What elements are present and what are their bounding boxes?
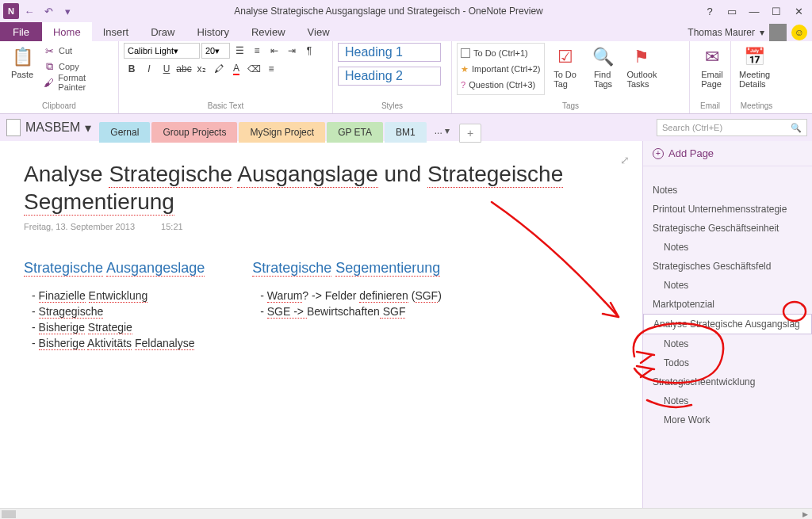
font-size-select[interactable]: 20 ▾ [201, 43, 230, 59]
page-list-item[interactable]: Notes [643, 276, 812, 295]
section-tab-bm1[interactable]: BM1 [385, 122, 427, 143]
page-list-item[interactable]: Notes [643, 391, 812, 410]
tag-important[interactable]: ★Important (Ctrl+2) [461, 61, 541, 77]
tab-draw[interactable]: Draw [140, 22, 186, 41]
section-more[interactable]: ... ▾ [428, 120, 456, 141]
outlook-tasks-button[interactable]: ⚑Outlook Tasks [624, 43, 661, 90]
scroll-right-icon[interactable]: ▶ [799, 509, 810, 519]
back-icon[interactable]: ← [21, 2, 38, 20]
feedback-smiley-icon[interactable]: ☺ [791, 25, 807, 40]
page-list-item[interactable]: Strategische Geschäftseinheit [643, 219, 812, 238]
ribbon-tabs: File Home Insert Draw History Review Vie… [0, 22, 812, 41]
column-right[interactable]: Strategische Segementierung Warum? -> Fe… [252, 260, 442, 351]
close-icon[interactable]: ✕ [790, 4, 807, 18]
list-right: Warum? -> Felder definieren (SGF)SGE -> … [252, 288, 442, 319]
help-icon[interactable]: ? [701, 4, 718, 18]
todo-tag-button[interactable]: ☑To Do Tag [548, 43, 583, 90]
horizontal-scrollbar[interactable]: ▶ [0, 508, 812, 519]
page-list-item[interactable]: Analyse Strategische Ausgangslag [643, 314, 812, 334]
basic-text-group-label: Basic Text [124, 101, 327, 112]
maximize-icon[interactable]: ☐ [768, 4, 785, 18]
page-list-item[interactable]: Todos [643, 353, 812, 372]
heading-right: Strategische Segementierung [252, 260, 442, 277]
tag-question[interactable]: ?Question (Ctrl+3) [461, 77, 541, 93]
page-list-item[interactable]: More Work [643, 410, 812, 429]
avatar[interactable] [769, 24, 787, 41]
email-page-button[interactable]: ✉Email Page [695, 43, 730, 90]
page-list-item[interactable]: Notes [643, 238, 812, 257]
bullets-icon[interactable]: ☰ [232, 43, 247, 59]
page-list-item[interactable]: Notes [643, 334, 812, 353]
meeting-details-button[interactable]: 📅Meeting Details [736, 43, 773, 90]
paste-label: Paste [11, 70, 33, 79]
bold-button[interactable]: B [124, 61, 140, 77]
section-tab-mysign[interactable]: MySign Project [239, 122, 325, 143]
outdent-icon[interactable]: ⇤ [266, 43, 282, 59]
tab-review[interactable]: Review [240, 22, 297, 41]
list-item[interactable]: Bisherige Aktivitäts Feldanalyse [32, 335, 205, 351]
page-list-item[interactable]: Strategischeentwicklung [643, 372, 812, 391]
page-list-item[interactable]: Marktpotenzial⌄ [643, 295, 812, 314]
section-tab-group-projects[interactable]: Group Projects [151, 122, 237, 143]
scrollbar-thumb[interactable] [2, 510, 16, 518]
section-tab-gernal[interactable]: Gernal [99, 122, 150, 143]
user-name[interactable]: Thomas Maurer [688, 27, 755, 38]
italic-button[interactable]: I [141, 61, 157, 77]
page-title[interactable]: Analyse Strategische Ausgangslage und St… [24, 160, 619, 216]
clear-format-button[interactable]: ⌫ [246, 61, 262, 77]
section-tab-gp-eta[interactable]: GP ETA [327, 122, 383, 143]
chevron-down-icon[interactable]: ⌄ [799, 300, 806, 308]
list-item[interactable]: Bisherige Strategie [32, 319, 205, 335]
font-family-select[interactable]: Calibri Light ▾ [124, 43, 200, 59]
list-item[interactable]: Stragegische [32, 303, 205, 319]
font-color-button[interactable]: A [228, 61, 244, 77]
checkbox-big-icon: ☑ [553, 44, 578, 70]
notebook-icon [6, 119, 21, 136]
page-canvas[interactable]: ⤢ Analyse Strategische Ausgangslage und … [0, 141, 642, 508]
style-heading2[interactable]: Heading 2 [338, 67, 441, 86]
format-painter-button[interactable]: 🖌Format Painter [43, 74, 113, 90]
find-tags-button[interactable]: 🔍Find Tags [586, 43, 621, 90]
tab-insert[interactable]: Insert [92, 22, 140, 41]
add-page-button[interactable]: + Add Page [643, 141, 812, 166]
highlight-button[interactable]: 🖍 [211, 61, 227, 77]
copy-icon: ⧉ [43, 60, 56, 73]
paragraph-icon[interactable]: ¶ [301, 43, 317, 59]
tag-todo[interactable]: To Do (Ctrl+1) [461, 45, 541, 61]
cut-button[interactable]: ✂Cut [43, 43, 113, 59]
heading-left: Strategische Ausgangeslage [24, 260, 205, 277]
numbering-icon[interactable]: ≡ [249, 43, 265, 59]
ribbon-collapse-icon[interactable]: ▭ [723, 4, 741, 18]
search-icon: 🔍 [591, 44, 616, 70]
subscript-button[interactable]: x₂ [193, 61, 209, 77]
tab-view[interactable]: View [297, 22, 341, 41]
minimize-icon[interactable]: — [745, 4, 763, 18]
column-left[interactable]: Strategische Ausgangeslage Finazielle En… [24, 260, 205, 351]
list-item[interactable]: SGE -> Bewirtschaften SGF [260, 303, 442, 319]
list-item[interactable]: Finazielle Entwicklung [32, 288, 205, 303]
list-item[interactable]: Warum? -> Felder definieren (SGF) [260, 288, 442, 303]
star-icon: ★ [461, 64, 469, 74]
strike-button[interactable]: abc [176, 61, 192, 77]
page-list-item[interactable]: Printout Unternehmensstrategie [643, 200, 812, 219]
style-heading1[interactable]: Heading 1 [338, 43, 441, 62]
copy-button[interactable]: ⧉Copy [43, 59, 113, 74]
user-dropdown-icon[interactable]: ▾ [760, 27, 764, 38]
brush-icon: 🖌 [43, 76, 55, 89]
tab-history[interactable]: History [186, 22, 240, 41]
underline-button[interactable]: U [159, 61, 174, 77]
indent-icon[interactable]: ⇥ [284, 43, 300, 59]
qat-more-icon[interactable]: ▾ [59, 2, 76, 20]
paste-button[interactable]: 📋 Paste [5, 43, 40, 81]
tab-home[interactable]: Home [42, 22, 92, 41]
page-list-item[interactable]: Notes [643, 181, 812, 200]
search-input[interactable]: Search (Ctrl+E) 🔍 [657, 119, 807, 136]
add-section-button[interactable]: + [459, 124, 481, 143]
expand-icon[interactable]: ⤢ [620, 154, 630, 166]
notebook-selector[interactable]: MASBEM ▾ [3, 119, 99, 141]
page-list-item[interactable]: Strategisches Geschäftsfeld [643, 257, 812, 276]
align-button[interactable]: ≡ [263, 61, 279, 77]
tab-file[interactable]: File [0, 22, 42, 41]
undo-icon[interactable]: ↶ [40, 2, 57, 20]
paste-icon: 📋 [10, 44, 35, 70]
